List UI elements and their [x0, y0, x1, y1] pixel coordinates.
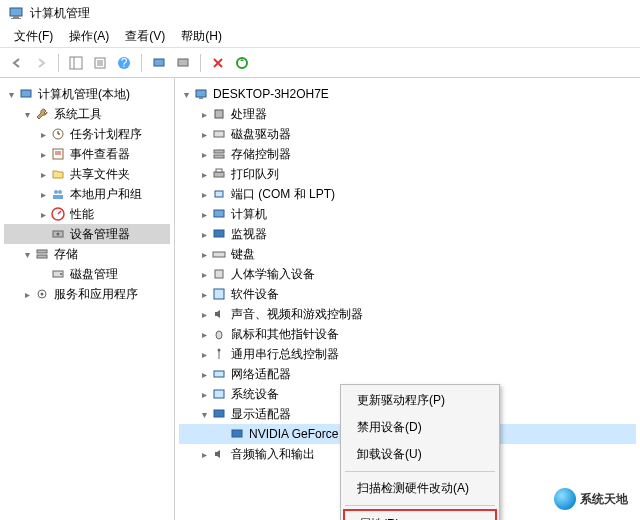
separator	[141, 54, 142, 72]
menu-properties[interactable]: 属性(R)	[343, 509, 497, 520]
usb-icon	[211, 346, 227, 362]
tree-label: 计算机管理(本地)	[36, 86, 132, 103]
menu-view[interactable]: 查看(V)	[117, 26, 173, 47]
tree-label: 端口 (COM 和 LPT)	[229, 186, 337, 203]
svg-rect-2	[11, 18, 21, 19]
tree-label: 网络适配器	[229, 366, 293, 383]
monitor-icon	[211, 226, 227, 242]
tree-performance[interactable]: ▸ 性能	[4, 204, 170, 224]
network-icon	[211, 366, 227, 382]
tree-label: 设备管理器	[68, 226, 132, 243]
cat-mouse[interactable]: ▸鼠标和其他指针设备	[179, 324, 636, 344]
tree-label: 键盘	[229, 246, 257, 263]
cat-cpu[interactable]: ▸处理器	[179, 104, 636, 124]
watermark-text: 系统天地	[580, 491, 628, 508]
tree-shared-folders[interactable]: ▸ 共享文件夹	[4, 164, 170, 184]
back-button[interactable]	[6, 52, 28, 74]
chevron-right-icon: ▸	[36, 127, 50, 141]
tree-device-manager[interactable]: 设备管理器	[4, 224, 170, 244]
menu-file[interactable]: 文件(F)	[6, 26, 61, 47]
svg-rect-46	[214, 230, 224, 237]
chevron-right-icon: ▸	[36, 187, 50, 201]
svg-text:?: ?	[121, 56, 128, 70]
svg-rect-56	[232, 430, 242, 437]
disk-icon	[211, 126, 227, 142]
storage-icon	[34, 246, 50, 262]
chevron-right-icon: ▸	[197, 387, 211, 401]
svg-rect-3	[70, 57, 82, 69]
chevron-right-icon: ▸	[197, 367, 211, 381]
tree-root-computer-mgmt[interactable]: ▾ 计算机管理(本地)	[4, 84, 170, 104]
tree-label: 存储控制器	[229, 146, 293, 163]
svg-line-27	[58, 211, 61, 214]
computer-icon	[211, 206, 227, 222]
device-root[interactable]: ▾ DESKTOP-3H2OH7E	[179, 84, 636, 104]
tree-system-tools[interactable]: ▾ 系统工具	[4, 104, 170, 124]
cat-computer[interactable]: ▸计算机	[179, 204, 636, 224]
menu-disable-device[interactable]: 禁用设备(D)	[343, 414, 497, 441]
cat-sound[interactable]: ▸声音、视频和游戏控制器	[179, 304, 636, 324]
show-hide-tree-button[interactable]	[65, 52, 87, 74]
disable-button[interactable]	[207, 52, 229, 74]
tree-task-scheduler[interactable]: ▸ 任务计划程序	[4, 124, 170, 144]
cat-keyboards[interactable]: ▸键盘	[179, 244, 636, 264]
menu-update-driver[interactable]: 更新驱动程序(P)	[343, 387, 497, 414]
cat-hid[interactable]: ▸人体学输入设备	[179, 264, 636, 284]
menu-uninstall-device[interactable]: 卸载设备(U)	[343, 441, 497, 468]
hid-icon	[211, 266, 227, 282]
tree-event-viewer[interactable]: ▸ 事件查看器	[4, 144, 170, 164]
services-icon	[34, 286, 50, 302]
svg-rect-54	[214, 390, 224, 398]
cat-network[interactable]: ▸网络适配器	[179, 364, 636, 384]
tree-local-users[interactable]: ▸ 本地用户和组	[4, 184, 170, 204]
svg-point-52	[218, 349, 221, 352]
menu-action[interactable]: 操作(A)	[61, 26, 117, 47]
menu-help[interactable]: 帮助(H)	[173, 26, 230, 47]
forward-button[interactable]	[30, 52, 52, 74]
chevron-right-icon: ▸	[197, 327, 211, 341]
tree-label: 磁盘驱动器	[229, 126, 293, 143]
menubar: 文件(F) 操作(A) 查看(V) 帮助(H)	[0, 26, 640, 48]
display-icon	[229, 426, 245, 442]
cat-storage-ctrl[interactable]: ▸存储控制器	[179, 144, 636, 164]
app-icon	[8, 5, 24, 21]
cat-monitors[interactable]: ▸监视器	[179, 224, 636, 244]
help-button[interactable]: ?	[113, 52, 135, 74]
chevron-right-icon: ▸	[20, 287, 34, 301]
globe-icon	[554, 488, 576, 510]
tree-storage[interactable]: ▾ 存储	[4, 244, 170, 264]
disk-icon	[50, 266, 66, 282]
cat-software[interactable]: ▸软件设备	[179, 284, 636, 304]
properties-button[interactable]	[89, 52, 111, 74]
software-icon	[211, 286, 227, 302]
chevron-right-icon: ▸	[197, 207, 211, 221]
svg-rect-11	[154, 59, 164, 66]
cat-disk-drives[interactable]: ▸磁盘驱动器	[179, 124, 636, 144]
menu-scan-hardware[interactable]: 扫描检测硬件改动(A)	[343, 475, 497, 502]
watermark: 系统天地	[554, 488, 628, 510]
cat-ports[interactable]: ▸端口 (COM 和 LPT)	[179, 184, 636, 204]
tree-label: 处理器	[229, 106, 269, 123]
computer-mgmt-icon	[18, 86, 34, 102]
tree-services[interactable]: ▸ 服务和应用程序	[4, 284, 170, 304]
chevron-down-icon: ▾	[4, 87, 18, 101]
chevron-right-icon: ▸	[197, 307, 211, 321]
svg-rect-47	[213, 252, 225, 257]
svg-rect-31	[37, 255, 47, 258]
context-menu: 更新驱动程序(P) 禁用设备(D) 卸载设备(U) 扫描检测硬件改动(A) 属性…	[340, 384, 500, 520]
cat-usb[interactable]: ▸通用串行总线控制器	[179, 344, 636, 364]
tree-label: 共享文件夹	[68, 166, 132, 183]
scan-hardware-button[interactable]	[148, 52, 170, 74]
tree-label: 系统设备	[229, 386, 281, 403]
cat-print-queues[interactable]: ▸打印队列	[179, 164, 636, 184]
separator	[58, 54, 59, 72]
svg-rect-38	[215, 110, 223, 118]
update-driver-button[interactable]	[231, 52, 253, 74]
speaker-icon	[211, 306, 227, 322]
tree-disk-mgmt[interactable]: 磁盘管理	[4, 264, 170, 284]
svg-rect-25	[53, 195, 63, 199]
tree-label: 性能	[68, 206, 96, 223]
chevron-right-icon: ▸	[197, 187, 211, 201]
uninstall-button[interactable]	[172, 52, 194, 74]
tree-label: 系统工具	[52, 106, 104, 123]
